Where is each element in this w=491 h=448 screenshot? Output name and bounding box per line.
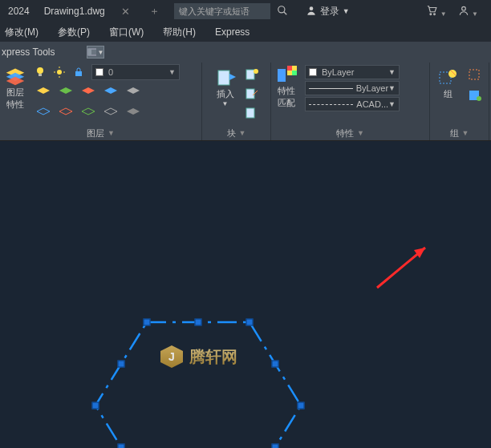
svg-rect-33	[246, 89, 254, 99]
lineweight-value: ByLayer	[356, 83, 388, 93]
svg-point-0	[278, 6, 285, 12]
add-tab-button[interactable]: ＋	[140, 4, 169, 18]
svg-point-11	[37, 67, 43, 74]
layer-tool-7[interactable]	[79, 103, 98, 120]
linetype-preview	[309, 104, 353, 105]
layer-tool-8[interactable]	[101, 103, 120, 120]
layer-tool-5[interactable]	[34, 103, 53, 120]
chevron-down-icon: ▼	[388, 84, 396, 92]
svg-marker-28	[127, 108, 140, 115]
linetype-value: ACAD...	[356, 99, 388, 109]
search-input[interactable]: 键入关键字或短语	[174, 3, 270, 19]
login-button[interactable]: 登录 ▼	[306, 5, 350, 18]
new-tab-button[interactable]: ✕	[112, 6, 140, 18]
grip-midpoint[interactable]	[272, 444, 279, 449]
menu-window[interactable]: 窗口(W)	[109, 26, 144, 39]
layer-combo[interactable]: 0 ▼	[91, 64, 180, 80]
svg-rect-34	[246, 108, 254, 118]
menu-params[interactable]: 参数(P)	[58, 26, 90, 39]
ribbon-panel-toggle[interactable]: ▼	[87, 46, 104, 59]
layer-tool-3[interactable]	[79, 83, 98, 101]
svg-marker-24	[37, 108, 50, 115]
app-year: 2024	[0, 6, 38, 17]
layer-match[interactable]	[124, 83, 143, 101]
svg-marker-45	[95, 322, 301, 448]
drawing-canvas[interactable]: J 腾轩网 10	[0, 141, 491, 448]
match-properties-button[interactable]: 特性 匹配	[271, 63, 302, 109]
svg-marker-21	[82, 87, 95, 94]
color-combo-value: ByLayer	[322, 67, 354, 77]
svg-point-2	[309, 6, 313, 10]
chevron-down-icon: ▼	[168, 68, 176, 76]
search-placeholder: 键入关键字或短语	[179, 6, 250, 18]
insert-block-button[interactable]: 插入 ▼	[210, 64, 241, 107]
lineweight-combo[interactable]: ByLayer ▼	[305, 81, 400, 95]
lock-icon[interactable]	[69, 63, 88, 81]
annotation-arrow	[369, 244, 433, 292]
group-panel-label: 组	[450, 127, 459, 139]
svg-marker-27	[104, 108, 117, 115]
grip-vertex[interactable]	[298, 402, 305, 410]
menu-express[interactable]: Express	[215, 26, 250, 38]
panel-expand-icon[interactable]: ▼	[357, 129, 364, 137]
chevron-down-icon: ▼	[388, 68, 396, 76]
grip-midpoint[interactable]	[195, 319, 202, 326]
layer-tool-4[interactable]	[101, 83, 120, 101]
svg-point-3	[430, 13, 432, 14]
insert-icon	[215, 67, 236, 88]
ribbon-tab-bar: xpress Tools ▼	[0, 42, 491, 63]
menu-bar: 修改(M) 参数(P) 窗口(W) 帮助(H) Express	[0, 22, 491, 42]
block-create-icon[interactable]	[242, 66, 262, 83]
ribbon: 图层 特性 0 ▼	[0, 63, 491, 141]
svg-marker-20	[59, 87, 72, 94]
ribbon-tab-express[interactable]: xpress Tools	[2, 46, 55, 58]
grip-midpoint[interactable]	[272, 361, 279, 368]
match-props-icon	[276, 64, 297, 85]
grip-midpoint[interactable]	[118, 361, 125, 368]
menu-help[interactable]: 帮助(H)	[163, 26, 196, 39]
layer-tool-1[interactable]	[34, 83, 53, 101]
login-label: 登录	[320, 5, 339, 18]
ungroup-icon[interactable]	[465, 66, 485, 83]
grip-vertex[interactable]	[144, 319, 151, 326]
layer-tool-2[interactable]	[56, 83, 75, 101]
menu-modify[interactable]: 修改(M)	[5, 26, 39, 39]
grip-vertex[interactable]	[92, 402, 99, 410]
layer-properties-label: 图层 特性	[6, 87, 24, 111]
block-attr-icon[interactable]	[242, 104, 262, 122]
selected-hexagon[interactable]	[92, 313, 309, 448]
search-icon[interactable]	[277, 5, 288, 18]
panel-expand-icon[interactable]: ▼	[108, 129, 115, 137]
layer-tool-6[interactable]	[56, 103, 75, 120]
grip-vertex[interactable]	[246, 319, 254, 326]
svg-rect-35	[278, 69, 286, 82]
layer-properties-button[interactable]: 图层 特性	[0, 63, 30, 111]
linetype-combo[interactable]: ACAD... ▼	[305, 97, 400, 111]
lightbulb-icon[interactable]	[30, 63, 50, 81]
chevron-down-icon: ▼	[343, 7, 350, 15]
svg-point-5	[461, 6, 465, 10]
infocenter-icon[interactable]: ▼	[458, 5, 478, 18]
svg-point-4	[434, 13, 436, 14]
svg-point-43	[477, 96, 481, 101]
chevron-down-icon: ▼	[222, 100, 229, 107]
group-button[interactable]: 组	[433, 64, 464, 100]
svg-rect-31	[246, 70, 254, 79]
grip-midpoint[interactable]	[118, 444, 125, 449]
panel-expand-icon[interactable]: ▼	[239, 129, 246, 137]
block-edit-icon[interactable]	[242, 85, 262, 103]
color-swatch	[309, 68, 317, 76]
layer-color-swatch	[95, 68, 103, 76]
group-edit-icon[interactable]	[465, 87, 485, 104]
sun-icon[interactable]	[50, 63, 69, 81]
svg-line-1	[284, 11, 287, 14]
layer-tool-9[interactable]	[124, 103, 143, 120]
svg-marker-25	[59, 108, 72, 115]
panel-expand-icon[interactable]: ▼	[462, 129, 469, 137]
document-tab[interactable]: Drawing1.dwg	[38, 6, 112, 17]
color-combo[interactable]: ByLayer ▼	[305, 65, 400, 79]
cart-icon[interactable]: ▼	[426, 5, 446, 18]
svg-rect-38	[292, 71, 297, 75]
match-props-label: 特性 匹配	[278, 85, 295, 109]
group-icon	[438, 67, 459, 88]
